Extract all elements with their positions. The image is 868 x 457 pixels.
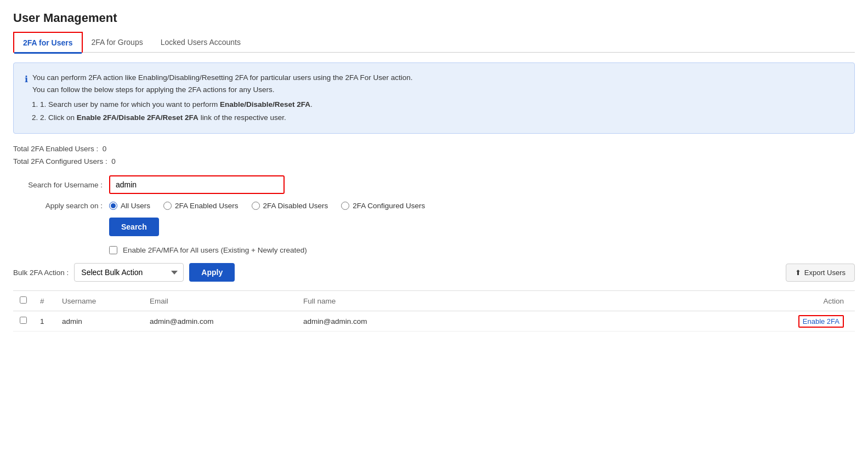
search-form: Search for Username : Apply search on : … [13, 175, 855, 236]
apply-search-row: Apply search on : All Users 2FA Enabled … [13, 202, 855, 210]
enable-mfa-checkbox[interactable] [109, 246, 117, 254]
radio-all-users[interactable]: All Users [109, 202, 150, 210]
row-checkbox[interactable] [20, 317, 27, 324]
export-label: Export Users [804, 269, 846, 277]
total-enabled-value: 0 [103, 145, 107, 153]
total-configured-value: 0 [111, 157, 116, 165]
row-username: admin [55, 311, 143, 332]
info-step1: 1. Search user by name for which you wan… [40, 99, 843, 111]
apply-search-label: Apply search on : [13, 202, 109, 210]
radio-2fa-disabled[interactable]: 2FA Disabled Users [252, 202, 328, 210]
select-all-checkbox[interactable] [20, 296, 27, 304]
col-header-action: Action [450, 291, 855, 311]
tab-2fa-users[interactable]: 2FA for Users [13, 32, 83, 53]
row-checkbox-cell [13, 311, 33, 332]
tabs-bar: 2FA for Users 2FA for Groups Locked User… [13, 32, 855, 53]
radio-2fa-disabled-input[interactable] [252, 202, 260, 210]
apply-button[interactable]: Apply [189, 263, 235, 282]
radio-group: All Users 2FA Enabled Users 2FA Disabled… [109, 202, 425, 210]
export-users-button[interactable]: ⬆ Export Users [786, 264, 855, 282]
col-header-username: Username [55, 291, 143, 311]
radio-2fa-configured-input[interactable] [341, 202, 349, 210]
radio-2fa-configured[interactable]: 2FA Configured Users [341, 202, 425, 210]
radio-2fa-enabled-input[interactable] [163, 202, 172, 210]
total-configured-label: Total 2FA Configured Users : [13, 157, 107, 165]
radio-2fa-disabled-label: 2FA Disabled Users [263, 202, 328, 210]
enable-mfa-label: Enable 2FA/MFA for All users (Existing +… [123, 246, 307, 254]
bulk-action-select[interactable]: Select Bulk Action Enable 2FA Disable 2F… [74, 263, 184, 282]
search-username-label: Search for Username : [13, 181, 109, 189]
col-header-fullname: Full name [297, 291, 450, 311]
enable-2fa-link[interactable]: Enable 2FA [798, 315, 844, 328]
page-title: User Management [13, 11, 855, 25]
total-enabled-label: Total 2FA Enabled Users : [13, 145, 98, 153]
row-email: admin@admin.com [143, 311, 297, 332]
tab-locked-accounts[interactable]: Locked Users Accounts [152, 32, 249, 52]
total-enabled-row: Total 2FA Enabled Users : 0 [13, 145, 855, 153]
total-configured-row: Total 2FA Configured Users : 0 [13, 157, 855, 165]
users-table-wrapper: # Username Email Full name Action 1 admi… [13, 290, 855, 332]
col-header-email: Email [143, 291, 297, 311]
search-input[interactable] [109, 175, 285, 194]
row-action-cell: Enable 2FA [450, 311, 855, 332]
bulk-action-label: Bulk 2FA Action : [13, 269, 69, 277]
export-icon: ⬆ [795, 269, 801, 277]
row-num: 1 [33, 311, 55, 332]
table-body: 1 admin admin@admin.com admin@admin.com … [13, 311, 855, 332]
stats-section: Total 2FA Enabled Users : 0 Total 2FA Co… [13, 145, 855, 165]
info-box: ℹ You can perform 2FA action like Enabli… [13, 62, 855, 134]
col-header-num: # [33, 291, 55, 311]
radio-2fa-configured-label: 2FA Configured Users [353, 202, 425, 210]
users-table: # Username Email Full name Action 1 admi… [13, 291, 855, 332]
radio-2fa-enabled[interactable]: 2FA Enabled Users [163, 202, 239, 210]
radio-all-users-input[interactable] [109, 202, 117, 210]
radio-2fa-enabled-label: 2FA Enabled Users [175, 202, 239, 210]
tab-2fa-groups[interactable]: 2FA for Groups [83, 32, 152, 52]
info-icon: ℹ [25, 72, 28, 87]
enable-mfa-row: Enable 2FA/MFA for All users (Existing +… [109, 246, 855, 254]
table-header-row: # Username Email Full name Action [13, 291, 855, 311]
row-fullname: admin@admin.com [297, 311, 450, 332]
search-button-row: Search [13, 218, 855, 236]
page-container: User Management 2FA for Users 2FA for Gr… [0, 0, 868, 342]
radio-all-users-label: All Users [121, 202, 150, 210]
info-line1: You can perform 2FA action like Enabling… [32, 73, 413, 82]
info-line2: You can follow the below steps for apply… [32, 85, 275, 94]
search-button[interactable]: Search [109, 218, 159, 236]
info-step2: 2. Click on Enable 2FA/Disable 2FA/Reset… [40, 112, 843, 124]
search-username-row: Search for Username : [13, 175, 855, 194]
col-header-check [13, 291, 33, 311]
table-row: 1 admin admin@admin.com admin@admin.com … [13, 311, 855, 332]
bulk-action-row: Bulk 2FA Action : Select Bulk Action Ena… [13, 263, 855, 282]
